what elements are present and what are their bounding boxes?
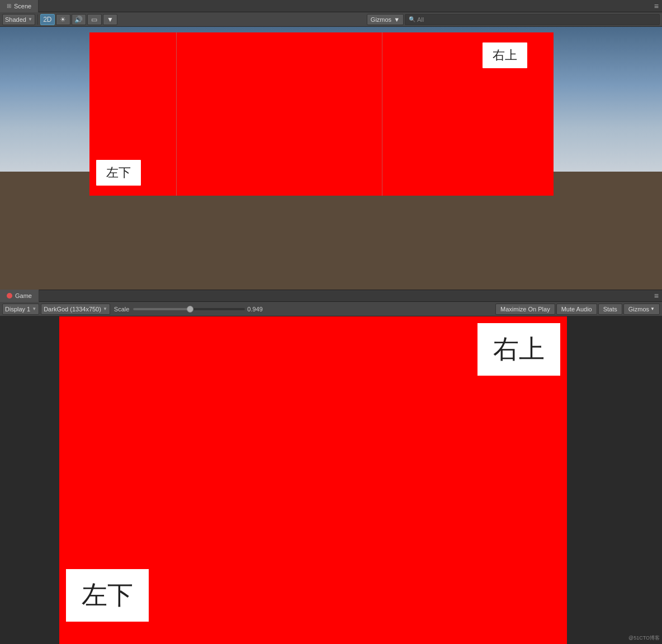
scene-panel: ⊞ Scene ≡ Shaded ▼ 2D ☀ 🔊 ▭ ▼ Gizmos ▼ [0,0,662,290]
scene-top-right-label: 右上 [483,42,527,68]
display-dropdown[interactable]: Display 1 ▼ [2,304,39,315]
game-red-canvas: 右上 左下 [59,316,567,644]
shading-arrow: ▼ [28,17,32,22]
maximize-on-play-button[interactable]: Maximize On Play [495,304,555,315]
gizmos-label: Gizmos [371,16,391,23]
btn-lighting[interactable]: ☀ [56,14,70,25]
game-panel: Game ≡ Display 1 ▼ DarkGod (1334x750) ▼ … [0,290,662,644]
game-panel-menu-btn[interactable]: ≡ [651,291,662,300]
btn-image[interactable]: ▭ [87,14,102,25]
resolution-dropdown[interactable]: DarkGod (1334x750) ▼ [41,304,110,315]
btn-2d[interactable]: 2D [40,14,55,25]
image-icon: ▭ [91,16,97,23]
search-placeholder: All [417,16,424,23]
gizmos-game-label: Gizmos [628,306,649,312]
scene-tab-bar: ⊞ Scene ≡ [0,0,662,12]
game-tab-label: Game [15,292,32,299]
mute-audio-button[interactable]: Mute Audio [556,304,597,315]
game-viewport: 右上 左下 @51CTO博客 [0,316,662,644]
scale-slider-thumb [187,306,193,312]
toolbar-sep-1 [37,15,38,25]
scene-tab[interactable]: ⊞ Scene [0,0,39,12]
btn-audio[interactable]: 🔊 [72,14,86,25]
scale-slider-track [133,308,189,310]
gizmos-game-arrow: ▼ [650,306,655,311]
scene-search-box[interactable]: 🔍 All [405,14,660,25]
search-icon: 🔍 [409,16,415,22]
scene-bottom-left-label: 左下 [96,160,141,186]
btn-more[interactable]: ▼ [103,14,117,25]
scene-red-canvas: 右上 左下 [89,32,554,196]
game-dark-right [567,316,662,644]
scene-viewport: 右上 左下 [0,27,662,290]
audio-icon: 🔊 [74,16,83,23]
gizmos-arrow: ▼ [394,16,400,23]
scene-toolbar: Shaded ▼ 2D ☀ 🔊 ▭ ▼ Gizmos ▼ 🔍 All [0,12,662,27]
sun-icon: ☀ [60,16,66,23]
game-circle-icon [7,293,12,299]
game-tab[interactable]: Game [0,290,39,302]
btn-2d-label: 2D [43,16,51,23]
display-arrow: ▼ [32,306,36,311]
game-bottom-left-label: 左下 [66,569,149,622]
scale-value: 0.949 [247,306,267,312]
more-icon: ▼ [107,16,114,23]
game-top-right-label: 右上 [477,323,560,376]
display-label: Display 1 [5,306,30,312]
scene-panel-menu-btn[interactable]: ≡ [651,2,662,11]
watermark: @51CTO博客 [628,634,660,642]
shading-dropdown[interactable]: Shaded ▼ [2,14,35,25]
scale-slider-container: 0.949 [133,306,267,312]
scene-tab-label: Scene [14,3,31,10]
game-dark-left [0,316,59,644]
game-toolbar-right: Maximize On Play Mute Audio Stats Gizmos… [495,304,660,315]
shading-label: Shaded [5,16,26,23]
scale-text: Scale [112,306,132,312]
scale-slider[interactable] [133,308,245,310]
game-tab-bar: Game ≡ [0,290,662,302]
stats-button[interactable]: Stats [598,304,622,315]
resolution-label: DarkGod (1334x750) [44,306,101,312]
resolution-arrow: ▼ [103,306,107,311]
gizmos-dropdown[interactable]: Gizmos ▼ [367,14,404,25]
gizmos-game-dropdown[interactable]: Gizmos ▼ [623,304,660,315]
game-toolbar: Display 1 ▼ DarkGod (1334x750) ▼ Scale 0… [0,302,662,316]
scene-grid-icon: ⊞ [7,3,11,9]
